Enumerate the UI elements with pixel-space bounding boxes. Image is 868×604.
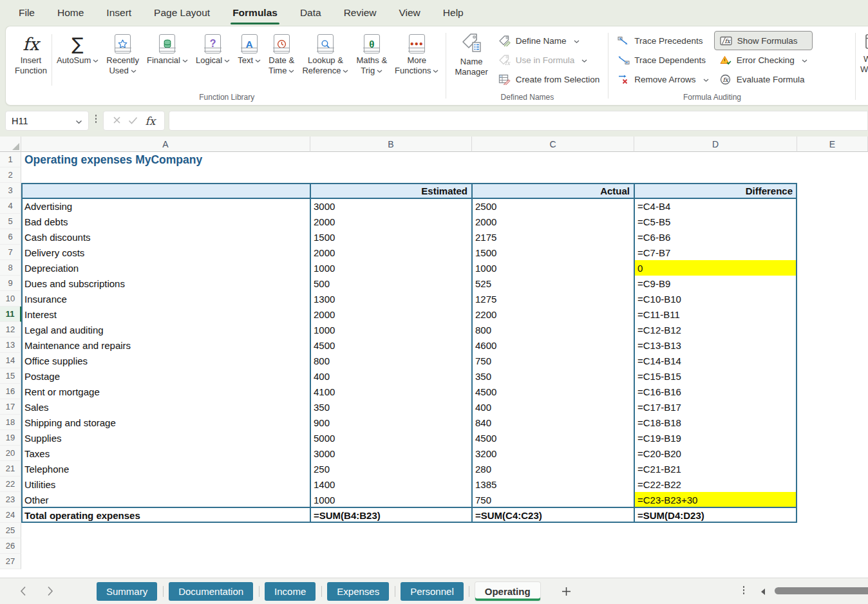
menu-tab-file[interactable]: File <box>18 1 35 24</box>
cell-D6[interactable]: =C6-B6 <box>634 229 797 245</box>
cell-A27[interactable] <box>21 554 310 569</box>
row-header-17[interactable]: 17 <box>0 399 21 415</box>
cell-C8[interactable]: 1000 <box>472 260 634 276</box>
cell-B8[interactable]: 1000 <box>310 260 472 276</box>
cell-B10[interactable]: 1300 <box>310 291 472 307</box>
new-sheet-button[interactable] <box>558 583 575 599</box>
cell-E8[interactable] <box>797 260 868 276</box>
insert-function-fx-icon[interactable]: fx <box>145 115 155 127</box>
cell-E17[interactable] <box>797 399 868 415</box>
cell-E13[interactable] <box>797 337 868 353</box>
sheet-tab-summary[interactable]: Summary <box>97 582 157 601</box>
cell-A11[interactable]: Interest <box>21 307 310 322</box>
row-header-20[interactable]: 20 <box>0 446 21 461</box>
cell-C25[interactable] <box>472 523 634 538</box>
row-header-16[interactable]: 16 <box>0 384 21 399</box>
name-box[interactable]: H11 <box>5 111 89 131</box>
row-header-12[interactable]: 12 <box>0 322 21 337</box>
ribbon-button-financial[interactable]: Financial <box>143 28 192 66</box>
previous-sheet-icon[interactable] <box>17 585 30 598</box>
cell-A3[interactable] <box>21 183 310 198</box>
scroll-left-icon[interactable] <box>760 587 766 598</box>
cell-D26[interactable] <box>634 538 797 554</box>
cell-C19[interactable]: 4500 <box>472 430 634 446</box>
row-header-11[interactable]: 11 <box>0 307 21 322</box>
cell-B15[interactable]: 400 <box>310 368 472 384</box>
cell-D20[interactable]: =C20-B20 <box>634 446 797 461</box>
ribbon-button-define-name[interactable]: Define Name <box>493 31 605 50</box>
cell-B17[interactable]: 350 <box>310 399 472 415</box>
cell-A14[interactable]: Office supplies <box>21 353 310 368</box>
cell-B16[interactable]: 4100 <box>310 384 472 399</box>
cell-A1[interactable]: Operating expenses MyCompany <box>21 152 310 167</box>
cell-C4[interactable]: 2500 <box>472 198 634 214</box>
ribbon-button-lookup-reference[interactable]: Lookup &Reference <box>298 28 352 76</box>
cell-E11[interactable] <box>797 307 868 322</box>
row-header-4[interactable]: 4 <box>0 198 21 214</box>
cell-A24[interactable]: Total operating expenses <box>21 507 310 523</box>
cell-A22[interactable]: Utilities <box>21 477 310 492</box>
menu-tab-data[interactable]: Data <box>299 1 322 24</box>
menu-tab-review[interactable]: Review <box>343 1 377 24</box>
cell-A18[interactable]: Shipping and storage <box>21 415 310 430</box>
cell-A7[interactable]: Delivery costs <box>21 245 310 260</box>
ribbon-button-trace-dependents[interactable]: Trace Dependents <box>612 50 713 70</box>
cell-C10[interactable]: 1275 <box>472 291 634 307</box>
enter-check-icon[interactable] <box>128 115 138 127</box>
cell-A21[interactable]: Telephone <box>21 461 310 477</box>
row-header-13[interactable]: 13 <box>0 337 21 353</box>
sheet-tab-documentation[interactable]: Documentation <box>169 582 253 601</box>
cell-C11[interactable]: 2200 <box>472 307 634 322</box>
ribbon-button-show-formulas[interactable]: fxShow Formulas <box>714 31 813 50</box>
row-header-27[interactable]: 27 <box>0 554 21 569</box>
cell-D8[interactable]: 0 <box>634 260 797 276</box>
cell-B7[interactable]: 2000 <box>310 245 472 260</box>
cell-E3[interactable] <box>797 183 868 198</box>
cell-B22[interactable]: 1400 <box>310 477 472 492</box>
row-header-8[interactable]: 8 <box>0 260 21 276</box>
cell-E22[interactable] <box>797 477 868 492</box>
cell-D24[interactable]: =SUM(D4:D23) <box>634 507 797 523</box>
cell-A26[interactable] <box>21 538 310 554</box>
cell-D12[interactable]: =C12-B12 <box>634 322 797 337</box>
cell-A2[interactable] <box>21 167 310 183</box>
cell-D7[interactable]: =C7-B7 <box>634 245 797 260</box>
row-header-2[interactable]: 2 <box>0 167 21 183</box>
ribbon-button-logical[interactable]: ?Logical <box>192 28 234 66</box>
ribbon-button-maths-trig[interactable]: θMaths &Trig <box>352 28 391 76</box>
ribbon-button-autosum[interactable]: ∑AutoSum <box>53 28 102 66</box>
cell-A5[interactable]: Bad debts <box>21 214 310 229</box>
cell-C20[interactable]: 3200 <box>472 446 634 461</box>
cell-C16[interactable]: 4500 <box>472 384 634 399</box>
cell-C17[interactable]: 400 <box>472 399 634 415</box>
horizontal-scrollbar-thumb[interactable] <box>775 587 868 594</box>
cell-D25[interactable] <box>634 523 797 538</box>
ribbon-button-create-from-selection[interactable]: Create from Selection <box>493 70 605 89</box>
ribbon-button-insert-function[interactable]: fxInsertFunction <box>11 28 51 76</box>
ribbon-button-watch-window[interactable]: WatchWindow <box>856 26 868 75</box>
column-header-C[interactable]: C <box>472 137 634 152</box>
row-header-9[interactable]: 9 <box>0 276 21 291</box>
row-header-6[interactable]: 6 <box>0 229 21 245</box>
column-header-D[interactable]: D <box>634 137 797 152</box>
ribbon-button-date-time[interactable]: Date &Time <box>265 28 298 76</box>
cell-B18[interactable]: 900 <box>310 415 472 430</box>
row-header-21[interactable]: 21 <box>0 461 21 477</box>
cell-A23[interactable]: Other <box>21 492 310 507</box>
cell-B14[interactable]: 800 <box>310 353 472 368</box>
sheet-tab-options-icon[interactable] <box>741 586 747 594</box>
cell-E23[interactable] <box>797 492 868 507</box>
cell-C3[interactable]: Actual <box>472 183 634 198</box>
cell-E19[interactable] <box>797 430 868 446</box>
row-header-18[interactable]: 18 <box>0 415 21 430</box>
cell-B6[interactable]: 1500 <box>310 229 472 245</box>
sheet-tab-income[interactable]: Income <box>265 582 316 601</box>
cell-A20[interactable]: Taxes <box>21 446 310 461</box>
cell-E9[interactable] <box>797 276 868 291</box>
cell-B1[interactable] <box>310 152 472 167</box>
cell-B9[interactable]: 500 <box>310 276 472 291</box>
chevron-down-icon[interactable] <box>75 116 82 126</box>
cell-C21[interactable]: 280 <box>472 461 634 477</box>
column-header-B[interactable]: B <box>310 137 472 152</box>
cell-C27[interactable] <box>472 554 634 569</box>
